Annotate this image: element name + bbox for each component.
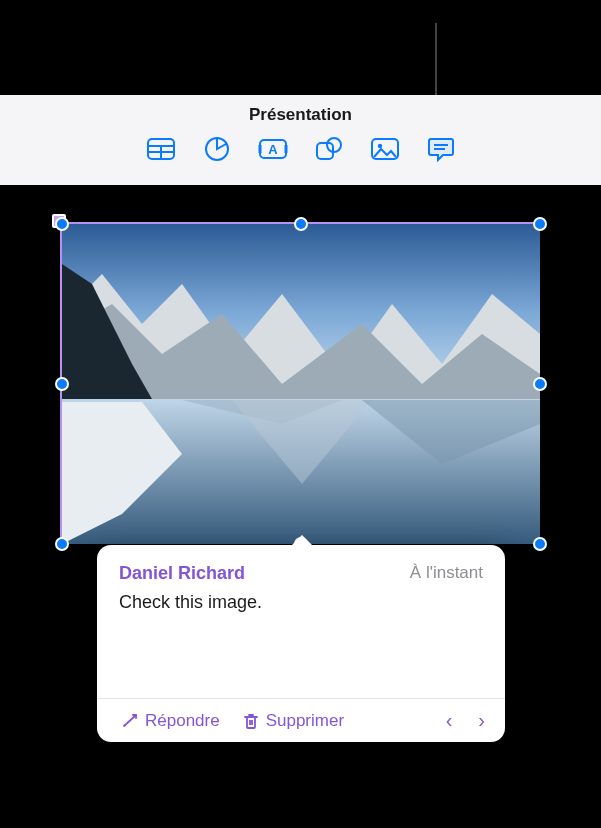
chart-icon[interactable] bbox=[202, 135, 232, 163]
reply-button[interactable]: Répondre bbox=[115, 707, 226, 735]
reply-label: Répondre bbox=[145, 711, 220, 731]
slide-canvas: Daniel Richard À l'instant Check this im… bbox=[0, 185, 601, 828]
delete-button[interactable]: Supprimer bbox=[236, 707, 350, 735]
shape-icon[interactable] bbox=[314, 135, 344, 163]
text-icon[interactable]: A bbox=[258, 135, 288, 163]
comment-nav: ‹ › bbox=[440, 707, 491, 734]
comment-icon[interactable] bbox=[426, 135, 456, 163]
comment-header: Daniel Richard À l'instant bbox=[97, 545, 505, 590]
media-icon[interactable] bbox=[370, 135, 400, 163]
comment-popover: Daniel Richard À l'instant Check this im… bbox=[97, 545, 505, 742]
comment-text: Check this image. bbox=[97, 590, 505, 615]
svg-point-12 bbox=[377, 144, 381, 148]
table-icon[interactable] bbox=[146, 135, 176, 163]
resize-handle-n[interactable] bbox=[294, 217, 308, 231]
resize-handle-se[interactable] bbox=[533, 537, 547, 551]
comment-actions: Répondre Supprimer ‹ › bbox=[97, 698, 505, 742]
delete-label: Supprimer bbox=[266, 711, 344, 731]
resize-handle-sw[interactable] bbox=[55, 537, 69, 551]
screen-title: Présentation bbox=[249, 105, 352, 125]
next-comment-button[interactable]: › bbox=[472, 707, 491, 734]
resize-handle-nw[interactable] bbox=[55, 217, 69, 231]
resize-handle-ne[interactable] bbox=[533, 217, 547, 231]
app-header: Présentation A bbox=[0, 95, 601, 185]
insert-toolbar: A bbox=[146, 135, 456, 163]
mountain-image bbox=[62, 224, 540, 544]
resize-handle-e[interactable] bbox=[533, 377, 547, 391]
svg-text:A: A bbox=[268, 142, 278, 157]
resize-handle-w[interactable] bbox=[55, 377, 69, 391]
comment-timestamp: À l'instant bbox=[410, 563, 483, 584]
selected-image[interactable] bbox=[62, 224, 540, 544]
prev-comment-button[interactable]: ‹ bbox=[440, 707, 459, 734]
comment-author: Daniel Richard bbox=[119, 563, 245, 584]
